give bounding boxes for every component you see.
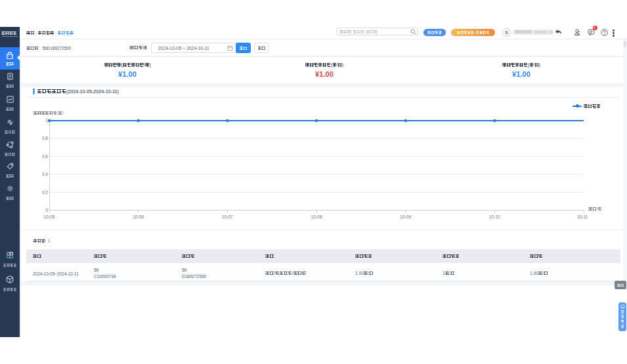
svg-text:10-05: 10-05 xyxy=(44,214,55,219)
svg-text:0.4: 0.4 xyxy=(42,172,48,176)
svg-text:10-07: 10-07 xyxy=(222,214,233,219)
svg-text:10-11: 10-11 xyxy=(577,214,588,219)
svg-text:0: 0 xyxy=(45,208,48,212)
svg-text:0.8: 0.8 xyxy=(42,136,48,140)
svg-text:10-10: 10-10 xyxy=(489,214,500,219)
svg-text:0.6: 0.6 xyxy=(42,154,48,159)
svg-text:10-06: 10-06 xyxy=(133,214,144,219)
svg-text:10-08: 10-08 xyxy=(311,214,322,219)
svg-text:0.2: 0.2 xyxy=(42,190,48,195)
svg-text:1: 1 xyxy=(45,118,48,123)
svg-text:10-09: 10-09 xyxy=(400,214,411,219)
